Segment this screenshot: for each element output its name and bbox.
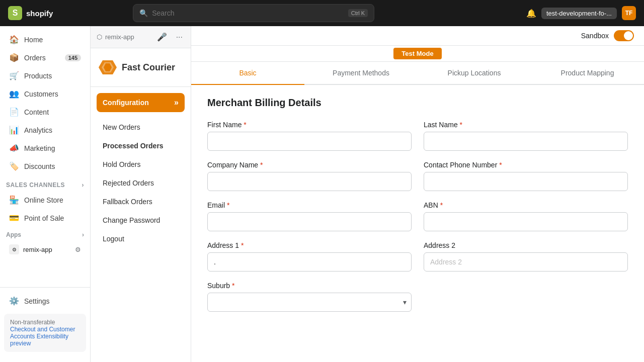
customers-icon: 👥	[9, 89, 19, 99]
sidebar-item-content[interactable]: 📄 Content	[3, 103, 87, 121]
discounts-icon: 🏷️	[9, 161, 19, 171]
required-star: *	[244, 121, 246, 129]
sidebar-item-analytics[interactable]: 📊 Analytics	[3, 121, 87, 139]
sidebar-item-label: Marketing	[24, 144, 55, 152]
remix-app-settings-icon[interactable]: ⚙	[75, 246, 81, 253]
address2-input[interactable]	[424, 252, 628, 272]
tab-product-mapping[interactable]: Product Mapping	[531, 62, 644, 85]
processed-orders-label: Processed Orders	[103, 142, 164, 150]
search-bar[interactable]: 🔍 Ctrl K	[133, 4, 374, 22]
hold-orders-label: Hold Orders	[103, 160, 140, 168]
sales-channels-label: Sales channels	[6, 182, 65, 189]
sidebar-item-customers[interactable]: 👥 Customers	[3, 85, 87, 103]
tabs: Basic Payment Methods Pickup Locations P…	[191, 62, 644, 85]
products-icon: 🛒	[9, 71, 19, 80]
remix-app-icon: ⚙	[9, 244, 19, 254]
app-nav-fallback-orders[interactable]: Fallback Orders	[95, 193, 187, 211]
suburb-select[interactable]	[207, 293, 412, 312]
shopify-logo-text: shopify	[26, 9, 53, 18]
store-name[interactable]: test-development-fo-...	[541, 8, 617, 19]
field-suburb: Suburb * ▾	[207, 282, 412, 312]
company-name-input[interactable]	[207, 172, 412, 191]
search-input[interactable]	[152, 9, 344, 17]
pos-icon: 💳	[9, 213, 19, 223]
sidebar-item-marketing[interactable]: 📣 Marketing	[3, 139, 87, 157]
new-orders-label: New Orders	[103, 123, 140, 131]
contact-phone-input[interactable]	[424, 172, 628, 191]
required-star: *	[460, 121, 462, 129]
settings-icon: ⚙️	[9, 296, 19, 306]
tab-basic[interactable]: Basic	[191, 62, 304, 85]
sidebar-item-pos[interactable]: 💳 Point of Sale	[3, 209, 87, 227]
app-nav-processed-orders[interactable]: Processed Orders	[95, 137, 187, 155]
field-address1: Address 1 *	[207, 241, 412, 272]
expand-icon[interactable]: ›	[82, 182, 85, 189]
email-input[interactable]	[207, 212, 412, 231]
avatar[interactable]: TF	[622, 6, 636, 20]
search-icon: 🔍	[139, 9, 148, 17]
app-logo-text: Fast Courier	[122, 62, 175, 73]
sidebar-item-orders[interactable]: 📦 Orders 145	[3, 49, 87, 66]
right-panel: Sandbox Test Mode Basic Payment Methods …	[191, 26, 644, 362]
field-email: Email *	[207, 201, 412, 231]
company-name-label: Company Name *	[207, 161, 412, 169]
sidebar-item-products[interactable]: 🛒 Products	[3, 67, 87, 84]
app-nav-rejected-orders[interactable]: Rejected Orders	[95, 174, 187, 192]
sidebar-item-label: Home	[24, 36, 43, 44]
sidebar-nav: 🏠 Home 📦 Orders 145 🛒 Products 👥	[0, 26, 90, 287]
tab-pickup-locations[interactable]: Pickup Locations	[418, 62, 531, 85]
non-transferable-title: Non-transferable	[10, 319, 55, 326]
app-nav-change-password[interactable]: Change Password	[95, 211, 187, 229]
tab-payment-methods[interactable]: Payment Methods	[304, 62, 418, 85]
content-icon: 📄	[9, 107, 19, 117]
toggle-knob	[624, 31, 633, 40]
address1-input[interactable]	[207, 252, 412, 272]
non-transferable-link[interactable]: Checkout and Customer Accounts Extensibi…	[10, 326, 75, 347]
breadcrumb-actions: 🎤 ···	[155, 30, 185, 44]
main-layout: 🏠 Home 📦 Orders 145 🛒 Products 👥	[0, 26, 644, 362]
app-nav-hold-orders[interactable]: Hold Orders	[95, 155, 187, 173]
email-label: Email *	[207, 201, 412, 209]
sidebar-item-home[interactable]: 🏠 Home	[3, 31, 87, 48]
shopify-logo-icon: S	[8, 6, 22, 20]
last-name-input[interactable]	[424, 132, 628, 151]
orders-badge: 145	[65, 54, 81, 61]
required-star: *	[241, 241, 244, 249]
more-button[interactable]: ···	[174, 31, 185, 44]
suburb-label: Suburb *	[207, 282, 412, 290]
remix-app-label: remix-app	[23, 246, 52, 253]
app-nav-logout[interactable]: Logout	[95, 230, 187, 248]
expand-apps-icon[interactable]: ›	[82, 231, 84, 238]
sidebar-item-label: Products	[24, 72, 52, 80]
marketing-icon: 📣	[9, 143, 19, 153]
content-area: ⬡ remix-app 🎤 ··· Fast Courier Configura…	[91, 26, 644, 362]
first-name-label: First Name *	[207, 121, 412, 129]
sandbox-bar: Sandbox	[191, 26, 644, 46]
home-icon: 🏠	[9, 35, 19, 44]
orders-icon: 📦	[9, 53, 19, 62]
tab-product-mapping-label: Product Mapping	[561, 69, 614, 77]
sidebar-item-label: Analytics	[24, 126, 52, 134]
sidebar-item-online-store[interactable]: 🏪 Online Store	[3, 191, 87, 209]
notification-bell-icon[interactable]: 🔔	[526, 9, 536, 18]
breadcrumb: ⬡ remix-app	[97, 33, 134, 41]
required-star: *	[499, 161, 502, 169]
sidebar-item-remix-app[interactable]: ⚙ remix-app ⚙	[3, 241, 87, 258]
required-star: *	[440, 201, 443, 209]
sidebar-item-label: Customers	[24, 90, 58, 98]
app-logo: Fast Courier	[91, 48, 191, 87]
mic-button[interactable]: 🎤	[155, 30, 169, 44]
search-shortcut: Ctrl K	[348, 9, 368, 17]
tab-basic-label: Basic	[239, 69, 256, 77]
test-mode-bar: Test Mode	[191, 46, 644, 62]
first-name-input[interactable]	[207, 132, 412, 151]
apps-section: Apps ›	[0, 227, 90, 240]
fast-courier-logo-icon	[99, 58, 117, 76]
sidebar-item-settings[interactable]: ⚙️ Settings	[3, 292, 87, 310]
abn-input[interactable]	[424, 212, 628, 231]
sandbox-toggle[interactable]	[614, 30, 634, 41]
form-title: Merchant Billing Details	[207, 97, 628, 109]
sidebar-item-discounts[interactable]: 🏷️ Discounts	[3, 157, 87, 175]
configuration-button[interactable]: Configuration »	[97, 93, 185, 112]
app-nav-new-orders[interactable]: New Orders	[95, 118, 187, 136]
